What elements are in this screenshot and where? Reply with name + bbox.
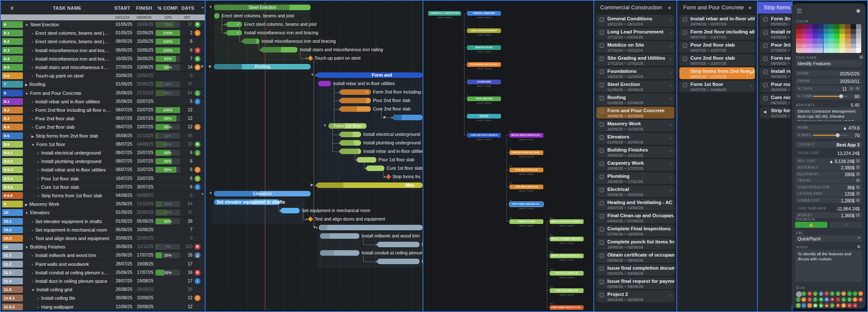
thumbs-down-button[interactable]: ☟ [830,222,862,228]
checkbox-icon[interactable]: ✓ [683,17,687,22]
checkbox-icon[interactable]: ✓ [763,96,768,100]
outline-item[interactable]: ✓Project 228/04/25 ~ 02/05/25› [596,290,674,302]
row-id-chip[interactable]: 6.6 [2,72,23,79]
checkbox-icon[interactable]: ✓ [600,57,604,61]
color-swatch[interactable] [851,34,856,39]
outline-item[interactable]: ✓Install rebar a05/08/25 ~ 15/08 [760,28,790,40]
chevron-right-icon[interactable]: › [670,17,671,23]
checkbox-icon[interactable]: ✓ [683,70,687,74]
checkbox-icon[interactable]: ✓ [600,83,604,87]
color-swatch[interactable] [796,24,801,29]
row-id-chip[interactable]: 11.1 [2,252,23,259]
task-icon-option[interactable]: ? [796,303,801,308]
checkbox-icon[interactable]: ✓ [600,70,604,74]
outline-item[interactable]: ✓Pour 2nd floor slab08/07/25 ~ 23/07/25 [679,41,755,53]
checkbox-icon[interactable]: ✓ [763,30,768,35]
row-id-chip[interactable]: 11 [2,243,23,250]
outline-item[interactable]: ✓Carpentry Work26/06/25 ~ 17/07/25› [596,159,674,171]
task-name-cell[interactable]: ●Form 2nd floor including all floor o… [31,106,110,114]
color-swatch[interactable] [807,34,812,39]
color-swatch[interactable] [807,29,812,33]
task-name-cell[interactable]: ▼Form and Pour Concrete [25,89,110,97]
checkbox-icon[interactable]: ✓ [600,227,604,232]
chevron-right-icon[interactable]: › [670,83,671,88]
color-swatch[interactable] [856,29,861,33]
task-name-cell[interactable]: ▶Roofing [25,80,110,88]
task-name-cell[interactable]: ▼Form 1st floor [31,140,110,149]
note-icon[interactable] [856,172,860,176]
note-icon[interactable] [856,179,860,182]
color-swatch[interactable] [834,48,840,53]
color-swatch[interactable] [818,48,823,53]
outline-pane-header[interactable]: Commercial Construction+ [594,2,676,14]
color-swatch[interactable] [823,24,829,29]
table-row[interactable]: 8.6.2●Install plumbing underground08/07/… [1,157,205,166]
row-id-chip[interactable]: 8.1 [2,98,23,105]
color-swatch[interactable] [823,29,829,33]
row-id-chip[interactable]: 8.6.2 [2,158,23,165]
status-icon[interactable]: ⚑ [195,244,200,250]
table-row[interactable]: 8.2●Form 2nd floor including all floor o… [1,106,205,114]
task-icon-option[interactable] [796,291,802,297]
task-name-cell[interactable]: ●Paint walls and woodwork [31,260,110,268]
task-icon-option[interactable]: i [801,303,806,308]
color-swatch[interactable] [851,24,856,29]
network-node[interactable]: STRIP FORMS FROM 1ST FLOO… [550,305,584,310]
color-swatch[interactable] [834,44,840,48]
outline-item[interactable]: ✓Form 2nd floor including all floo…08/07… [679,28,755,40]
task-icon-option[interactable]: ⚑ [824,297,829,302]
outline-item[interactable]: ✓Masonry Work26/06/25 ~ 21/10/25› [596,120,674,132]
color-swatch[interactable] [845,24,851,29]
checkbox-icon[interactable]: ✓ [600,240,604,245]
task-icon-option[interactable]: R [858,297,863,302]
color-swatch[interactable] [856,24,861,29]
task-icon-option[interactable]: ◉ [819,303,823,308]
network-node[interactable]: FORM 2ND FLOOR INCLUDING… [509,150,543,155]
outline-item[interactable]: ✓Steel Erection01/05/25 ~ 20/06/25› [596,80,674,92]
checkbox-icon[interactable]: ✓ [763,83,768,87]
task-name-cell[interactable]: ▼Elevators [25,208,110,217]
color-swatch[interactable] [812,39,818,43]
outline-item[interactable]: ✓Form 3rd floo05/08/25 ~ 15/08 [760,15,790,27]
outline-item[interactable]: ✓Cure roof slab06/10/25 ~ 15/10/ [760,94,790,105]
row-id-chip[interactable]: 6.2 [2,38,23,45]
note-icon[interactable] [856,192,860,195]
network-node[interactable]: FORM 1ST FLOOR [509,219,543,224]
gantt-bar[interactable] [377,242,420,247]
status-icon[interactable]: ☝ [195,252,200,258]
table-row[interactable]: 11.1●Install millwork and wood trim26/06… [1,251,205,260]
gantt-bar[interactable] [340,106,371,112]
expand-arrow-icon[interactable]: ▼ [311,73,314,77]
table-row[interactable]: 10.2●Set equipment in mechanical room06/… [1,226,205,234]
color-swatch[interactable] [823,39,829,43]
network-node[interactable]: INSTALL PLUMBING UNDERGR… [550,237,584,241]
status-icon[interactable]: ! [195,295,200,301]
note-icon[interactable] [856,166,860,169]
color-swatch[interactable] [845,29,851,33]
gantt-bar[interactable] [261,47,298,52]
color-swatch[interactable] [801,34,807,39]
task-icon-option[interactable]: ☝ [819,291,823,296]
color-swatch[interactable] [823,44,829,48]
chevron-right-icon[interactable]: › [670,148,671,154]
color-swatch[interactable] [829,48,834,53]
gantt-bar[interactable] [340,140,361,146]
expand-arrow-icon[interactable]: ▼ [25,246,28,249]
gantt-bar[interactable] [357,157,376,163]
start-field[interactable]: START 2025/2/25 [795,70,862,77]
color-swatch[interactable] [851,44,856,48]
external-link-icon[interactable]: ↗ [857,236,860,240]
task-icon-option[interactable]: ↓ [796,297,801,302]
row-id-chip[interactable]: 8.3 [2,115,23,122]
table-row[interactable]: 10.1●Set elevator equipment in shafts01/… [1,217,205,226]
thumbs-up-button[interactable]: ☝ [795,222,827,228]
outline-pane-header[interactable]: Form and Pour Concrete+ [677,2,757,14]
row-id-chip[interactable]: 10 [2,209,23,216]
wdays-plus-button[interactable]: + [855,86,860,91]
color-swatch[interactable] [801,39,807,43]
status-icon[interactable]: ? [195,176,200,182]
sort-indicator-icon[interactable]: ▼ [201,6,204,10]
sidebar-toggle-icon[interactable]: ◫ [797,8,801,14]
gantt-bar[interactable] [317,72,423,78]
task-icon-option[interactable]: G [847,297,852,302]
